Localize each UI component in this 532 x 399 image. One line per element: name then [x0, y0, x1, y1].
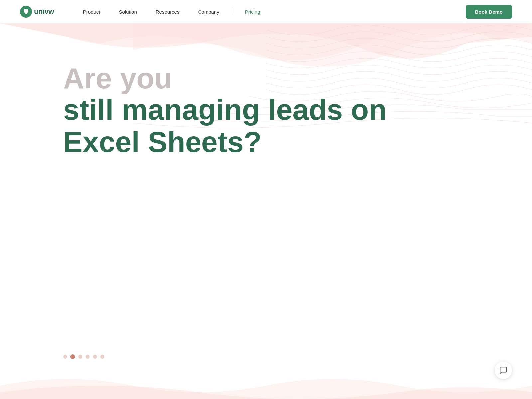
book-demo-button[interactable]: Book Demo: [466, 5, 512, 19]
nav-pricing[interactable]: Pricing: [236, 9, 270, 15]
nav-resources[interactable]: Resources: [146, 9, 189, 15]
nav-divider: [232, 8, 232, 16]
nav-right: Book Demo: [466, 5, 512, 19]
navbar: univw Product Solution Resources Company…: [0, 0, 532, 23]
hero-line2: still managing leads on: [63, 94, 532, 126]
hero-content: Are you still managing leads on Excel Sh…: [0, 23, 532, 158]
chat-button[interactable]: [495, 362, 512, 379]
hero-line1: Are you: [63, 63, 532, 94]
nav-product[interactable]: Product: [74, 9, 110, 15]
logo-icon: [20, 6, 32, 18]
nav-links: Product Solution Resources Company Prici…: [74, 8, 466, 16]
carousel-dot-3[interactable]: [78, 355, 82, 359]
hero-section: Are you still managing leads on Excel Sh…: [0, 23, 532, 399]
nav-solution[interactable]: Solution: [110, 9, 146, 15]
carousel-dot-5[interactable]: [93, 355, 97, 359]
logo[interactable]: univw: [20, 6, 54, 18]
carousel-dots: [63, 354, 104, 359]
wave-bottom-decoration: [0, 339, 532, 399]
hero-line3: Excel Sheets?: [63, 126, 532, 158]
carousel-dot-6[interactable]: [100, 355, 104, 359]
carousel-dot-2[interactable]: [70, 354, 75, 359]
nav-company[interactable]: Company: [189, 9, 228, 15]
carousel-dot-1[interactable]: [63, 355, 67, 359]
logo-text: univw: [34, 7, 54, 16]
carousel-dot-4[interactable]: [86, 355, 90, 359]
chat-icon: [499, 366, 508, 375]
